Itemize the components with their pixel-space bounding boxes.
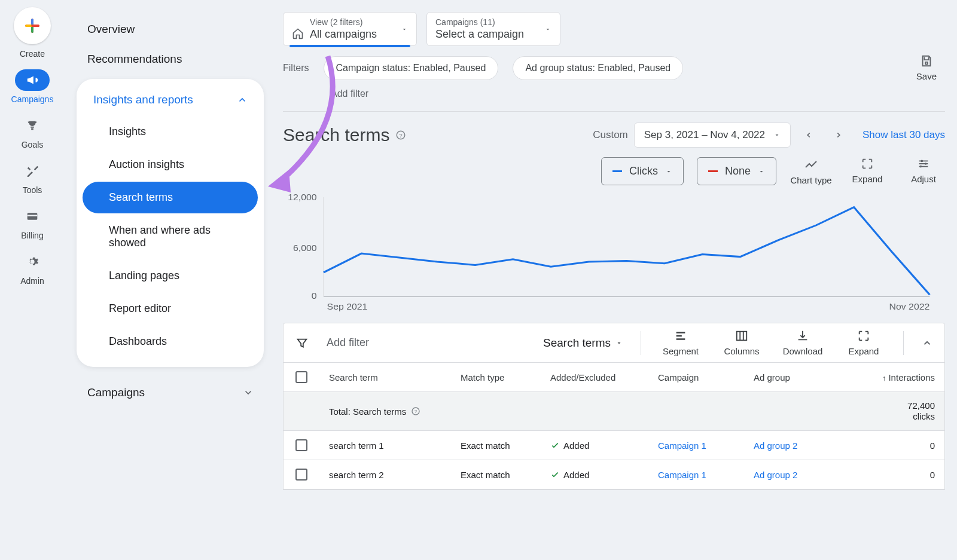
expand-table-button[interactable]: Expand <box>842 329 885 356</box>
tools-icon <box>26 164 39 178</box>
table-add-filter[interactable]: Add filter <box>327 336 369 349</box>
filters-label: Filters <box>283 63 309 74</box>
sub-report-editor[interactable]: Report editor <box>83 293 258 325</box>
date-range-picker[interactable]: Sep 3, 2021 – Nov 4, 2022 <box>634 123 791 148</box>
chevron-up-icon <box>237 95 247 105</box>
view-selector[interactable]: View (2 filters) All campaigns <box>283 12 417 46</box>
rail-item-tools[interactable]: Tools <box>15 160 50 195</box>
help-icon[interactable]: ? <box>411 406 420 416</box>
dropdown-icon <box>544 26 551 33</box>
expand-icon <box>861 157 874 170</box>
next-period-button[interactable] <box>827 123 851 147</box>
primary-metric-selector[interactable]: Clicks <box>601 157 684 185</box>
metric-swatch-blue <box>612 170 622 172</box>
rail-item-admin[interactable]: Admin <box>15 251 50 286</box>
segment-button[interactable]: Segment <box>659 329 702 356</box>
page-title: Search terms <box>283 125 389 145</box>
add-filter-link[interactable]: Add filter <box>271 88 957 106</box>
columns-button[interactable]: Columns <box>720 329 763 356</box>
sort-asc-icon: ↑ <box>882 374 886 382</box>
dropdown-icon <box>615 339 623 347</box>
chevron-right-icon <box>834 131 843 139</box>
row-checkbox[interactable] <box>295 439 307 451</box>
filter-chip-adgroup-status[interactable]: Ad group status: Enabled, Paused <box>513 56 683 80</box>
home-icon <box>292 27 304 39</box>
dropdown-icon <box>773 131 781 139</box>
svg-text:?: ? <box>400 132 403 139</box>
gear-icon <box>26 255 39 268</box>
dropdown-icon <box>758 168 765 175</box>
row-checkbox[interactable] <box>295 469 307 481</box>
sidebar-recommendations[interactable]: Recommendations <box>77 44 264 74</box>
segment-icon <box>674 329 687 342</box>
adjust-button[interactable]: Adjust <box>902 157 945 184</box>
svg-rect-1 <box>28 215 38 217</box>
filter-chip-campaign-status[interactable]: Campaign status: Enabled, Paused <box>324 56 499 80</box>
create-button[interactable] <box>14 7 51 44</box>
chevron-up-icon[interactable] <box>922 338 932 348</box>
cell-interactions: 0 <box>822 432 944 459</box>
cell-adgroup[interactable]: Ad group 2 <box>744 432 822 459</box>
svg-point-6 <box>920 166 922 168</box>
chart-type-button[interactable]: Chart type <box>790 157 833 185</box>
trophy-icon <box>26 119 39 132</box>
cell-campaign[interactable]: Campaign 1 <box>648 432 744 459</box>
y-tick-bot: 0 <box>312 291 317 301</box>
table-row: search term 2Exact matchAddedCampaign 1A… <box>284 460 944 489</box>
filter-icon[interactable] <box>295 336 309 350</box>
insights-reports-card: Insights and reports Insights Auction in… <box>77 79 264 367</box>
date-mode-label: Custom <box>593 129 628 141</box>
sidebar-overview[interactable]: Overview <box>77 14 264 44</box>
col-added-excluded[interactable]: Added/Excluded <box>541 364 648 391</box>
sub-landing-pages[interactable]: Landing pages <box>83 260 258 292</box>
rail-item-campaigns[interactable]: Campaigns <box>11 69 54 104</box>
sliders-icon <box>917 157 930 170</box>
x-label-end: Nov 2022 <box>889 302 930 311</box>
sub-dashboards[interactable]: Dashboards <box>83 326 258 357</box>
search-terms-dropdown[interactable]: Search terms <box>543 336 623 350</box>
cell-added: Added <box>541 461 648 488</box>
save-icon <box>920 54 933 68</box>
cell-term: search term 1 <box>319 432 451 459</box>
secondary-metric-selector[interactable]: None <box>697 157 776 185</box>
chevron-left-icon <box>804 131 813 139</box>
sub-auction-insights[interactable]: Auction insights <box>83 149 258 180</box>
download-button[interactable]: Download <box>781 329 824 356</box>
col-interactions[interactable]: ↑Interactions <box>822 364 944 391</box>
check-icon <box>550 440 560 450</box>
sub-when-where[interactable]: When and where ads showed <box>83 215 258 259</box>
cell-match: Exact match <box>451 461 541 488</box>
table-row: search term 1Exact matchAddedCampaign 1A… <box>284 431 944 460</box>
select-all-checkbox[interactable] <box>295 371 307 383</box>
sub-search-terms[interactable]: Search terms <box>83 182 258 213</box>
cell-campaign[interactable]: Campaign 1 <box>648 461 744 488</box>
y-tick-mid: 6,000 <box>293 243 317 253</box>
main-content: View (2 filters) All campaigns Campaigns… <box>271 0 957 560</box>
show-last-30-link[interactable]: Show last 30 days <box>862 129 945 141</box>
metric-swatch-red <box>708 170 718 172</box>
help-icon[interactable]: ? <box>395 130 406 140</box>
save-view-button[interactable]: Save <box>916 54 945 81</box>
columns-icon <box>735 329 748 342</box>
rail-item-billing[interactable]: Billing <box>15 206 50 240</box>
y-tick-top: 12,000 <box>288 192 316 202</box>
megaphone-icon <box>26 74 39 87</box>
expand-chart-button[interactable]: Expand <box>846 157 889 184</box>
col-campaign[interactable]: Campaign <box>648 364 744 391</box>
campaign-selector[interactable]: Campaigns (11) Select a campaign <box>426 12 560 46</box>
col-ad-group[interactable]: Ad group <box>744 364 822 391</box>
sub-insights[interactable]: Insights <box>83 116 258 148</box>
insights-reports-toggle[interactable]: Insights and reports <box>77 87 264 115</box>
results-table: Add filter Search terms Segment Columns … <box>283 323 945 490</box>
col-match-type[interactable]: Match type <box>451 364 541 391</box>
chevron-down-icon <box>243 388 253 397</box>
cell-adgroup[interactable]: Ad group 2 <box>744 461 822 488</box>
create-label: Create <box>20 49 45 59</box>
expand-icon <box>857 329 870 342</box>
card-icon <box>25 210 39 222</box>
sidebar-campaigns[interactable]: Campaigns <box>77 378 264 408</box>
rail-item-goals[interactable]: Goals <box>15 115 50 149</box>
col-search-term[interactable]: Search term <box>319 364 451 391</box>
cell-match: Exact match <box>451 432 541 459</box>
prev-period-button[interactable] <box>797 123 821 147</box>
